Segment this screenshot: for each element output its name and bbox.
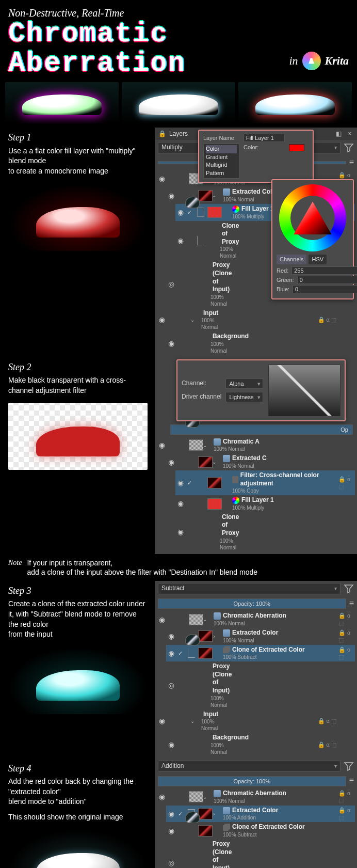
title-line-1: Chromatic <box>8 20 349 49</box>
layer-thumb[interactable] <box>207 207 222 218</box>
opacity-bar[interactable]: Opacity: 100% <box>158 598 346 609</box>
driver-label: Driver channel <box>182 393 221 401</box>
layers-panel-3: Subtract▾ Opacity: 100%≡ ◉⌄Chromatic Abe… <box>155 581 357 759</box>
cross-channel-popup[interactable]: Channel: Alpha Driver channel Lightness <box>176 359 346 421</box>
menu-icon[interactable]: ≡ <box>349 776 354 786</box>
layer-thumb[interactable] <box>185 197 200 208</box>
layer-thumb[interactable] <box>198 648 213 659</box>
filter-icon[interactable] <box>344 761 354 771</box>
layer-row-selected[interactable]: ◉✓Clone of Extracted Color100% Subtract🔒… <box>166 645 355 662</box>
group-icon <box>223 807 230 814</box>
menu-icon[interactable]: ≡ <box>349 157 354 168</box>
blend-mode-select[interactable]: Addition▾ <box>158 761 340 772</box>
section-step-4: Step 4 Add the red color back by changin… <box>0 759 357 868</box>
opacity-bar[interactable]: Opacity: 100% <box>158 776 346 786</box>
visibility-toggle[interactable]: ◉ <box>158 315 166 324</box>
visibility-toggle[interactable]: ◉ <box>167 649 175 658</box>
visibility-toggle[interactable]: ◉ <box>167 191 175 200</box>
layer-thumb[interactable] <box>185 812 200 823</box>
visibility-toggle[interactable]: ◉ <box>167 740 175 749</box>
layer-row-selected[interactable]: ◉✓Filter: Cross-channel color adjustment… <box>175 470 355 495</box>
visibility-toggle[interactable]: ◉ <box>158 174 166 183</box>
section-step-1: Step 1 Use a a flat color fill layer wit… <box>0 128 357 357</box>
visibility-toggle[interactable]: ◉ <box>176 478 185 487</box>
section-step-3: Step 3 Create a clone of the extracted c… <box>0 581 357 759</box>
expand-toggle[interactable]: ⌄ <box>189 317 196 323</box>
color-picker-popup[interactable]: ChannelsHSV Red: Green: Blue: <box>271 179 354 299</box>
color-wheel[interactable] <box>279 184 346 251</box>
layer-name-label: Layer Name: <box>203 134 239 141</box>
visibility-toggle[interactable]: ◉ <box>167 632 175 641</box>
step1-heading: Step 1 <box>8 132 149 144</box>
visibility-toggle[interactable]: ◉ <box>167 457 175 467</box>
group-icon <box>214 438 221 446</box>
hero-red-cyan <box>238 82 352 123</box>
filter-icon[interactable] <box>344 143 354 153</box>
fill-option-multigrid[interactable]: Multigrid <box>206 161 237 169</box>
visibility-toggle[interactable]: ◉ <box>167 826 175 835</box>
layer-thumb[interactable] <box>207 477 222 488</box>
filter-icon[interactable] <box>344 583 354 594</box>
expand-toggle[interactable]: ⌄ <box>210 192 218 199</box>
layer-properties-popup[interactable]: Layer Name: Color Gradient Multigrid Pat… <box>198 130 314 183</box>
clone-icon <box>223 824 230 831</box>
lock-icon[interactable]: 🔒 <box>158 130 166 138</box>
layer-thumb[interactable] <box>207 498 222 510</box>
krita-badge: in Krita <box>289 52 349 70</box>
fill-option-pattern[interactable]: Pattern <box>206 169 237 177</box>
check-icon: ✓ <box>187 209 192 216</box>
visibility-toggle[interactable]: ◉ <box>176 499 185 508</box>
visibility-toggle[interactable]: ◉ <box>176 527 185 536</box>
curve-editor[interactable] <box>268 365 340 416</box>
green-input[interactable] <box>297 276 357 284</box>
panel-title: Layers <box>169 130 188 138</box>
step3-body: Create a clone of the extracted color un… <box>8 599 149 639</box>
close-icon[interactable]: × <box>346 130 354 138</box>
visibility-toggle[interactable]: ◉ <box>158 440 166 450</box>
bracket-icon <box>197 236 204 245</box>
visibility-toggle[interactable]: ◉ <box>158 792 166 801</box>
header: Non-Destructive, Real-Time Chromatic Abe… <box>0 0 357 78</box>
red-label: Red: <box>277 267 288 274</box>
clone-icon <box>223 646 230 653</box>
step4-heading: Step 4 <box>8 763 149 775</box>
driver-select[interactable]: Lightness <box>225 392 263 402</box>
color-swatch[interactable] <box>289 144 304 151</box>
red-input[interactable] <box>291 266 357 275</box>
visibility-toggle[interactable]: ◉ <box>158 615 166 624</box>
fill-option-gradient[interactable]: Gradient <box>206 153 237 161</box>
filter-layer-icon <box>232 476 238 483</box>
note-body: If your input is transparent, add a clon… <box>27 558 257 577</box>
step4-body-b: This should show the original image <box>8 812 149 823</box>
color-triangle[interactable] <box>294 201 332 234</box>
step2-heading: Step 2 <box>8 361 149 373</box>
channel-select[interactable]: Alpha <box>225 378 263 389</box>
visibility-toggle[interactable]: ◎ <box>167 681 175 690</box>
blend-mode-select[interactable]: Subtract▾ <box>158 583 340 594</box>
float-icon[interactable]: ◧ <box>334 130 343 138</box>
blue-input[interactable] <box>293 285 357 293</box>
app-name: Krita <box>325 54 349 69</box>
layer-locks[interactable]: 🔒 α ⬚ <box>214 316 336 323</box>
visibility-toggle[interactable]: ◉ <box>167 339 175 348</box>
menu-icon[interactable]: ≡ <box>349 598 354 609</box>
hsv-tab[interactable]: HSV <box>309 255 327 264</box>
layer-thumb[interactable] <box>185 634 200 645</box>
green-label: Green: <box>277 276 294 283</box>
step4-body-a: Add the red color back by changing the "… <box>8 777 149 807</box>
visibility-toggle[interactable]: ◉ <box>167 809 175 818</box>
visibility-toggle[interactable]: ◎ <box>167 279 175 289</box>
layer-name-input[interactable] <box>244 134 285 142</box>
layer-thumb[interactable] <box>198 825 213 837</box>
fill-icon <box>232 206 239 213</box>
channels-tab[interactable]: Channels <box>277 255 306 264</box>
fill-type-list[interactable]: Color Gradient Multigrid Pattern <box>203 144 239 179</box>
in-label: in <box>289 54 298 69</box>
visibility-toggle[interactable]: ◉ <box>158 716 166 725</box>
visibility-toggle[interactable]: ◎ <box>167 858 175 867</box>
visibility-toggle[interactable]: ◉ <box>176 236 185 245</box>
fill-option-color[interactable]: Color <box>206 145 237 153</box>
section-step-2: Step 2 Make black transparent with a cro… <box>0 357 357 554</box>
visibility-toggle[interactable]: ◉ <box>176 208 185 217</box>
hero-magenta-green <box>5 82 119 123</box>
